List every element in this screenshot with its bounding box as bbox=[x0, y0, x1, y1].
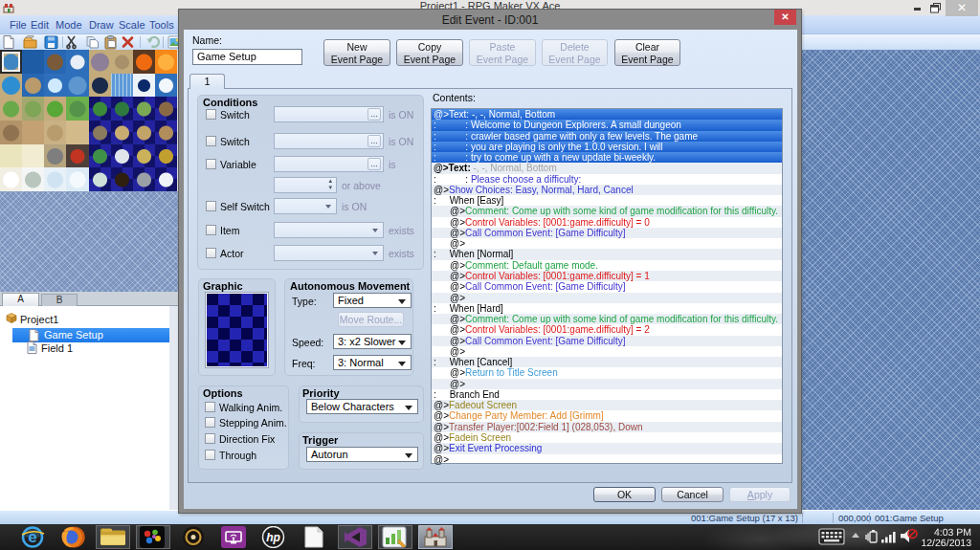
svg-text:hp: hp bbox=[266, 531, 280, 544]
svg-text:12/26/2013: 12/26/2013 bbox=[921, 537, 971, 548]
svg-text:e: e bbox=[28, 528, 36, 546]
